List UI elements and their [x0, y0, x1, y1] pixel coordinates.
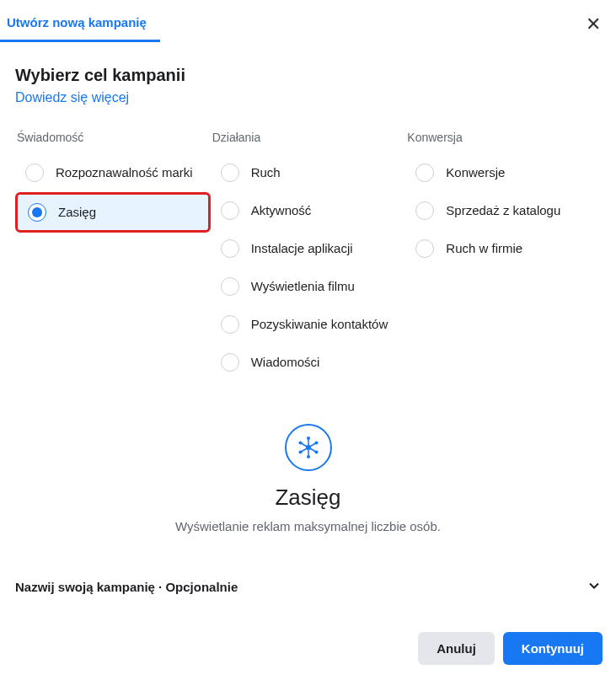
name-campaign-toggle[interactable]: Nazwij swoją kampanię · Opcjonalnie	[0, 567, 616, 607]
radio-icon	[415, 163, 434, 182]
objective-label: Aktywność	[251, 203, 312, 219]
objective-messages[interactable]: Wiadomości	[211, 344, 406, 381]
chevron-down-icon	[587, 579, 601, 595]
objective-catalog-sales[interactable]: Sprzedaż z katalogu	[405, 192, 601, 229]
objective-app-installs[interactable]: Instalacje aplikacji	[211, 230, 406, 267]
continue-button[interactable]: Kontynuuj	[503, 632, 603, 665]
objective-conversions[interactable]: Konwersje	[405, 154, 601, 191]
tab-create-campaign[interactable]: Utwórz nową kampanię	[0, 7, 160, 42]
radio-icon	[415, 239, 434, 258]
preview-description: Wyświetlanie reklam maksymalnej liczbie …	[15, 519, 601, 533]
objective-label: Ruch w firmie	[446, 241, 522, 257]
radio-icon	[28, 203, 46, 222]
radio-icon	[221, 315, 239, 334]
learn-more-link[interactable]: Dowiedz się więcej	[15, 90, 129, 105]
objective-label: Wyświetlenia filmu	[251, 279, 355, 295]
dialog-content: Wybierz cel kampanii Dowiedz się więcej …	[0, 42, 616, 533]
svg-line-11	[300, 447, 308, 453]
radio-icon	[221, 201, 239, 220]
svg-line-9	[308, 447, 317, 453]
dialog-header: Utwórz nową kampanię ✕	[0, 0, 616, 42]
radio-icon	[25, 163, 44, 182]
radio-icon	[221, 277, 239, 296]
column-header-consideration: Działania	[211, 131, 406, 144]
svg-line-12	[300, 443, 308, 448]
objective-label: Sprzedaż z katalogu	[446, 203, 560, 219]
column-conversion: Konwersja Konwersje Sprzedaż z katalogu …	[405, 131, 601, 382]
objective-store-traffic[interactable]: Ruch w firmie	[405, 230, 601, 267]
objective-label: Instalacje aplikacji	[251, 241, 353, 257]
objective-preview: Zasięg Wyświetlanie reklam maksymalnej l…	[15, 424, 601, 533]
section-title: Wybierz cel kampanii	[15, 66, 601, 85]
objective-label: Wiadomości	[251, 355, 320, 371]
tab-label: Utwórz nową kampanię	[7, 15, 147, 29]
objective-reach[interactable]: Zasięg	[15, 192, 211, 233]
objective-brand-awareness[interactable]: Rozpoznawalność marki	[15, 154, 211, 191]
objective-label: Rozpoznawalność marki	[56, 165, 193, 181]
svg-line-8	[308, 443, 317, 448]
column-header-conversion: Konwersja	[405, 131, 601, 144]
radio-icon	[221, 353, 239, 372]
objective-engagement[interactable]: Aktywność	[211, 192, 406, 229]
radio-icon	[415, 201, 434, 220]
dialog-footer: Anuluj Kontynuuj	[0, 607, 616, 678]
objective-traffic[interactable]: Ruch	[211, 154, 406, 191]
reach-icon	[285, 424, 332, 471]
column-awareness: Świadomość Rozpoznawalność marki Zasięg	[15, 131, 211, 382]
cancel-button[interactable]: Anuluj	[418, 632, 495, 665]
objective-label: Pozyskiwanie kontaktów	[251, 317, 388, 333]
preview-title: Zasięg	[15, 485, 601, 511]
objective-columns: Świadomość Rozpoznawalność marki Zasięg …	[15, 131, 601, 382]
name-campaign-label: Nazwij swoją kampanię · Opcjonalnie	[15, 580, 238, 594]
column-consideration: Działania Ruch Aktywność Instalacje apli…	[211, 131, 406, 382]
close-icon: ✕	[586, 13, 601, 35]
objective-lead-generation[interactable]: Pozyskiwanie kontaktów	[211, 306, 406, 343]
objective-video-views[interactable]: Wyświetlenia filmu	[211, 268, 406, 305]
objective-label: Konwersje	[446, 165, 505, 181]
objective-label: Zasięg	[58, 205, 96, 221]
close-button[interactable]: ✕	[579, 8, 608, 40]
column-header-awareness: Świadomość	[15, 131, 211, 144]
radio-icon	[221, 163, 239, 182]
objective-label: Ruch	[251, 165, 281, 181]
radio-icon	[221, 239, 239, 258]
